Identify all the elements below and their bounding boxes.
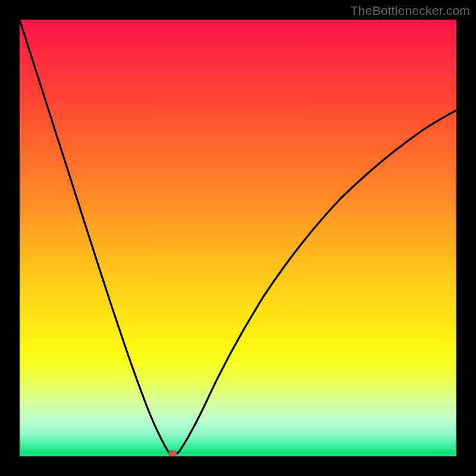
bottleneck-curve bbox=[20, 20, 456, 455]
curve-layer bbox=[20, 20, 456, 456]
chart-frame: TheBottlenecker.com bbox=[0, 0, 476, 476]
min-marker bbox=[168, 450, 177, 456]
watermark-text: TheBottlenecker.com bbox=[350, 4, 470, 18]
